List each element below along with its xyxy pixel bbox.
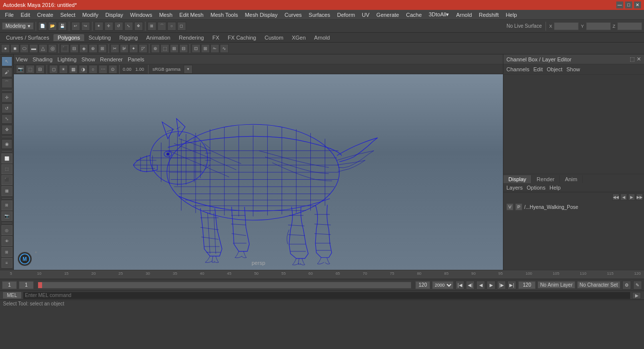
redo-icon[interactable]: ↪ — [81, 22, 90, 31]
tab-rigging[interactable]: Rigging — [115, 34, 142, 41]
lasso-btn[interactable]: ⌒ — [1, 78, 12, 88]
y-input[interactable] — [586, 22, 611, 30]
go-to-end-btn[interactable]: ▶| — [507, 281, 516, 290]
z-input[interactable] — [617, 22, 642, 30]
layout-icon[interactable]: ⊞ — [201, 44, 210, 53]
textured-btn[interactable]: ▦ — [1, 186, 12, 196]
end-frame-input[interactable] — [518, 281, 536, 289]
menu-uv[interactable]: UV — [359, 11, 372, 18]
character-set-label[interactable]: No Character Set — [577, 281, 620, 289]
time-slider[interactable] — [38, 282, 411, 289]
layer-scroll-prev[interactable]: ◀ — [620, 194, 627, 200]
depth-of-field-icon[interactable]: ⊙ — [108, 65, 117, 74]
extrude-icon[interactable]: ⬛ — [60, 44, 69, 53]
viewport-menu-renderer[interactable]: Renderer — [100, 56, 123, 62]
universal-manip-icon[interactable]: ❖ — [134, 22, 143, 31]
tab-polygons[interactable]: Polygons — [53, 34, 84, 41]
new-file-icon[interactable]: 📄 — [38, 22, 47, 31]
texture-toggle-icon[interactable]: ▦ — [69, 65, 78, 74]
combine-icon[interactable]: ⊞ — [170, 44, 179, 53]
play-forward-btn[interactable]: ▶ — [487, 281, 495, 290]
snap-point-icon[interactable]: ○ — [167, 22, 176, 31]
menu-arnold[interactable]: Arnold — [453, 11, 475, 18]
scale-icon[interactable]: ⤡ — [124, 22, 133, 31]
menu-object[interactable]: Object — [546, 66, 562, 72]
mel-tab[interactable]: MEL — [3, 292, 21, 299]
menu-generate[interactable]: Generate — [373, 11, 402, 18]
mode-selector[interactable]: Modeling ▾ — [2, 22, 34, 30]
anim-layer-label[interactable]: No Anim Layer — [538, 281, 575, 289]
menu-channels[interactable]: Channels — [506, 66, 529, 72]
separate-icon[interactable]: ⊟ — [179, 44, 188, 53]
menu-select[interactable]: Select — [57, 11, 79, 18]
wireframe-btn[interactable]: ⬚ — [1, 164, 12, 174]
viewport-menu-panels[interactable]: Panels — [128, 56, 145, 62]
tab-animation[interactable]: Animation — [142, 34, 174, 41]
connect-icon[interactable]: ⊕ — [89, 44, 98, 53]
hud-btn[interactable]: ≡ — [1, 258, 12, 268]
menu-help[interactable]: Help — [503, 11, 520, 18]
script-run-btn[interactable]: ▶ — [632, 292, 641, 299]
3d-viewport[interactable]: .wire { stroke: #1a1aaa; stroke-width: 0… — [14, 74, 503, 270]
menu-redshift[interactable]: Redshift — [476, 11, 501, 18]
panel-float-icon[interactable]: ⬚ — [630, 56, 635, 62]
menu-layers[interactable]: Layers — [506, 185, 523, 191]
poly-cylinder-icon[interactable]: ⬭ — [20, 44, 29, 53]
universal-tool-btn[interactable]: ❖ — [1, 125, 12, 135]
viewport-menu-view[interactable]: View — [16, 56, 28, 62]
cam-icon[interactable]: 📷 — [16, 65, 25, 74]
tab-render-layer[interactable]: Render — [532, 175, 560, 183]
tab-xgen[interactable]: XGen — [288, 34, 309, 41]
display-mode-btn[interactable]: ⬜ — [1, 153, 12, 163]
menu-mesh-tools[interactable]: Mesh Tools — [207, 11, 241, 18]
film-gate-icon[interactable]: ⬚ — [26, 65, 35, 74]
menu-edit-cb[interactable]: Edit — [533, 66, 543, 72]
poly-cube-icon[interactable]: ■ — [10, 44, 19, 53]
layer-scroll-right[interactable]: ▶▶ — [636, 194, 643, 200]
tab-curves-surfaces[interactable]: Curves / Surfaces — [2, 34, 53, 41]
minimize-button[interactable]: — — [616, 1, 623, 8]
viewport-menu-shading[interactable]: Shading — [33, 56, 52, 62]
maximize-button[interactable]: □ — [625, 1, 632, 8]
tab-rendering[interactable]: Rendering — [175, 34, 208, 41]
script-editor-btn[interactable]: ✎ — [633, 281, 642, 290]
ambient-occlusion-icon[interactable]: ○ — [89, 65, 98, 74]
shaded-btn[interactable]: ⬛ — [1, 175, 12, 185]
poly-plane-icon[interactable]: ▬ — [29, 44, 38, 53]
fill-hole-icon[interactable]: ⊞ — [98, 44, 107, 53]
shadow-toggle-icon[interactable]: ◑ — [79, 65, 88, 74]
script-input[interactable] — [23, 292, 630, 299]
rotate-tool-btn[interactable]: ↺ — [1, 103, 12, 113]
playback-speed-select[interactable]: 2000 120 60 30 24 — [432, 281, 453, 289]
menu-file[interactable]: File — [2, 11, 17, 18]
hide-btn[interactable]: 👁 — [1, 236, 12, 246]
tab-custom[interactable]: Custom — [261, 34, 288, 41]
select-tool-btn[interactable]: ↖ — [1, 56, 12, 66]
lighting-quality-icon[interactable]: ☀ — [59, 65, 68, 74]
layer-playback-btn[interactable]: P — [515, 203, 522, 210]
smooth-icon[interactable]: ⊚ — [151, 44, 160, 53]
go-to-start-btn[interactable]: |◀ — [455, 281, 464, 290]
soft-select-btn[interactable]: ◉ — [1, 139, 12, 149]
menu-edit[interactable]: Edit — [18, 11, 33, 18]
mirror-icon[interactable]: ⬚ — [160, 44, 169, 53]
undo-icon[interactable]: ↩ — [71, 22, 80, 31]
paint-select-btn[interactable]: 🖌 — [1, 67, 12, 77]
resolution-icon[interactable]: ⊟ — [36, 65, 45, 74]
close-button[interactable]: ✕ — [634, 1, 641, 8]
grid-toggle-btn[interactable]: ⊞ — [1, 247, 12, 257]
viewport-menu-lighting[interactable]: Lighting — [57, 56, 77, 62]
viewport-menu-show[interactable]: Show — [82, 56, 96, 62]
menu-display[interactable]: Display — [102, 11, 126, 18]
menu-mesh-display[interactable]: Mesh Display — [242, 11, 281, 18]
poly-torus-icon[interactable]: ◎ — [48, 44, 57, 53]
menu-3dtoa[interactable]: 3DtoAll▾ — [426, 11, 452, 18]
layer-scroll-left[interactable]: ◀◀ — [612, 194, 619, 200]
frame-range-end[interactable] — [415, 281, 430, 289]
rotate-icon[interactable]: ↺ — [114, 22, 123, 31]
current-frame-input[interactable] — [19, 281, 34, 289]
select-icon[interactable]: ✦ — [95, 22, 103, 31]
play-backward-btn[interactable]: ◀ — [476, 281, 485, 290]
menu-mesh[interactable]: Mesh — [156, 11, 175, 18]
menu-cache[interactable]: Cache — [403, 11, 425, 18]
